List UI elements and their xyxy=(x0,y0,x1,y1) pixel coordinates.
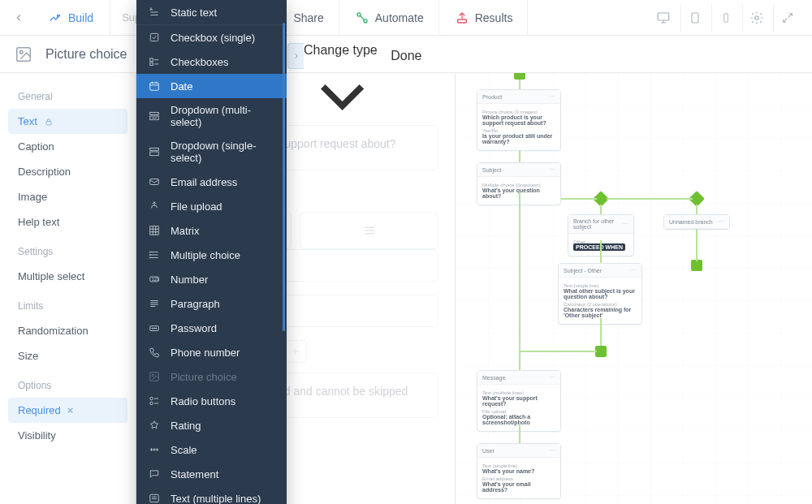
dropdown-scrollbar[interactable] xyxy=(283,23,285,331)
svg-rect-62 xyxy=(150,494,159,502)
sidebar-item-randomization[interactable]: Randomization xyxy=(0,318,136,343)
field-type-icon xyxy=(148,200,161,213)
dropdown-item-password[interactable]: Password xyxy=(136,316,287,340)
svg-point-41 xyxy=(149,257,150,258)
svg-point-7 xyxy=(754,15,758,19)
field-type-icon xyxy=(148,110,161,123)
sidebar-item-description[interactable]: Description xyxy=(0,159,136,184)
svg-point-39 xyxy=(149,252,150,252)
sidebar-item-image[interactable]: Image xyxy=(0,184,136,209)
dropdown-item-statement[interactable]: Statement xyxy=(136,462,287,486)
svg-rect-17 xyxy=(150,58,153,62)
flow-join-1 xyxy=(595,346,607,357)
sidebar-item-helptext[interactable]: Help text xyxy=(0,209,136,235)
tab-automate-label: Automate xyxy=(375,11,424,24)
device-tablet-icon[interactable] xyxy=(680,4,708,32)
change-type-button[interactable]: Change type xyxy=(304,43,381,69)
dropdown-item-rating[interactable]: Rating xyxy=(136,413,287,437)
tab-automate[interactable]: Automate xyxy=(341,0,439,36)
svg-point-40 xyxy=(149,254,150,255)
dropdown-item-checkbox-single[interactable]: Checkbox (single) xyxy=(136,25,287,50)
svg-point-49 xyxy=(152,328,153,329)
add-choice-button[interactable]: + xyxy=(284,340,307,363)
field-type-icon xyxy=(148,175,161,188)
dropdown-item-matrix[interactable]: Matrix xyxy=(136,218,287,243)
svg-point-53 xyxy=(152,374,153,376)
dropdown-item-multiple-choice[interactable]: Multiple choice xyxy=(136,243,287,267)
dropdown-item-number[interactable]: 123Number xyxy=(136,267,287,291)
dropdown-item-file-upload[interactable]: File upload xyxy=(136,194,287,218)
svg-rect-30 xyxy=(150,179,159,185)
picture-choice-icon xyxy=(15,45,32,63)
tab-build-label: Build xyxy=(68,11,93,24)
field-type-icon xyxy=(148,321,161,334)
sidebar-item-size[interactable]: Size xyxy=(0,343,136,368)
tab-results-label: Results xyxy=(475,11,513,24)
field-type-icon xyxy=(148,419,161,432)
svg-point-9 xyxy=(19,50,23,54)
sidebar-item-required[interactable]: Required × xyxy=(8,398,127,423)
tab-build[interactable]: Build xyxy=(34,0,108,36)
dropdown-item-dropdown-single-select[interactable]: Dropdown (single-select) xyxy=(136,134,287,170)
svg-point-54 xyxy=(150,397,153,400)
flow-node-product[interactable]: Product⋯ Picture choice (3 images)Which … xyxy=(477,89,561,151)
field-type-icon xyxy=(148,297,161,310)
svg-rect-21 xyxy=(150,83,159,90)
field-type-icon xyxy=(148,370,161,383)
dropdown-item-checkboxes[interactable]: Checkboxes xyxy=(136,50,287,74)
sidebar-item-multiple-select[interactable]: Multiple select xyxy=(0,264,136,289)
device-desktop-icon[interactable] xyxy=(650,4,677,32)
field-type-icon: A xyxy=(148,6,161,19)
prev-type-arrow[interactable] xyxy=(287,43,304,69)
dropdown-item-radio-buttons[interactable]: Radio buttons xyxy=(136,389,287,413)
sidebar-item-text[interactable]: Text xyxy=(8,109,127,134)
page-title: Picture choice xyxy=(45,47,127,62)
close-icon[interactable]: × xyxy=(67,404,74,416)
choice-slot-2[interactable] xyxy=(300,212,438,249)
dropdown-item-picture-choice: Picture choice xyxy=(136,364,287,389)
flow-canvas[interactable]: Product⋯ Picture choice (3 images)Which … xyxy=(455,73,812,504)
sidebar-group-limits: Limits xyxy=(0,289,136,318)
flow-node-subject-other[interactable]: Subject - Other⋯ Text (single line)What … xyxy=(558,263,642,325)
flow-terminator-1 xyxy=(691,260,702,271)
tab-results[interactable]: Results xyxy=(441,0,529,36)
device-mobile-icon[interactable] xyxy=(711,4,739,32)
start-node xyxy=(514,73,525,80)
sidebar-group-settings: Settings xyxy=(0,235,136,264)
sidebar-group-options: Options xyxy=(0,368,136,398)
field-type-icon xyxy=(148,55,161,68)
field-type-icon xyxy=(148,443,161,456)
dropdown-item-text-multiple-lines[interactable]: Text (multiple lines) xyxy=(136,486,287,504)
svg-rect-25 xyxy=(150,112,159,114)
dropdown-item-dropdown-multi-select[interactable]: Dropdown (multi-select) xyxy=(136,98,287,134)
flow-node-unnamed[interactable]: Unnamed branch⋯ xyxy=(663,214,730,230)
svg-text:123: 123 xyxy=(152,277,159,282)
svg-rect-31 xyxy=(150,226,159,235)
field-type-icon xyxy=(148,224,161,237)
svg-rect-28 xyxy=(150,148,159,150)
svg-rect-6 xyxy=(723,13,728,22)
sidebar-group-general: General xyxy=(0,80,136,109)
svg-rect-4 xyxy=(658,13,669,20)
settings-icon[interactable] xyxy=(742,4,770,32)
sidebar-item-caption[interactable]: Caption xyxy=(0,134,136,159)
dropdown-item-scale[interactable]: Scale xyxy=(136,437,287,462)
dropdown-item-phone-number[interactable]: Phone number xyxy=(136,340,287,364)
flow-node-message[interactable]: Message⋯ Text (multiple lines)What's you… xyxy=(477,370,561,432)
flow-node-user[interactable]: User⋯ Text (single line)What's your name… xyxy=(477,443,561,499)
svg-point-51 xyxy=(156,328,157,329)
dropdown-item-static-text[interactable]: AStatic text xyxy=(136,0,287,25)
done-button[interactable]: Done xyxy=(391,43,421,69)
dropdown-item-email-address[interactable]: Email address xyxy=(136,170,287,194)
svg-rect-18 xyxy=(150,62,153,66)
field-type-icon xyxy=(148,346,161,359)
field-type-icon xyxy=(148,80,161,93)
sidebar-item-visibility[interactable]: Visibility xyxy=(0,423,136,448)
dropdown-item-paragraph[interactable]: Paragraph xyxy=(136,291,287,316)
field-type-icon xyxy=(148,145,161,158)
back-button[interactable] xyxy=(5,0,32,36)
dropdown-item-date[interactable]: Date xyxy=(136,74,287,98)
sidebar: General Text Caption Description Image H… xyxy=(0,73,136,504)
expand-icon[interactable] xyxy=(773,4,801,32)
change-type-dropdown[interactable]: AStatic textCheckbox (single)CheckboxesD… xyxy=(136,0,287,504)
